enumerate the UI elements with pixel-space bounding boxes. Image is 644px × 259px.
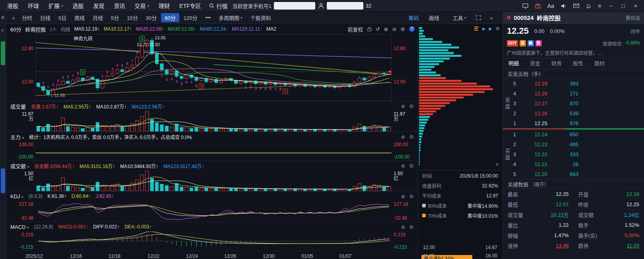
close-icon[interactable]: × xyxy=(633,3,638,9)
remove-favorite-button[interactable]: 删自选 xyxy=(626,14,640,21)
buy-level-row[interactable]: 512.20683 xyxy=(512,169,644,179)
period-15min[interactable]: 15分 xyxy=(123,13,141,22)
period-5min[interactable]: 5分 xyxy=(107,13,122,22)
sell-level-row[interactable]: 112.25978 xyxy=(512,118,644,128)
period-120min[interactable]: 120分 xyxy=(180,13,201,22)
close-pane-icon[interactable]: ⊗ xyxy=(401,134,405,140)
undo-icon[interactable]: ↺ xyxy=(376,26,380,32)
pane-settings-icon[interactable]: ⚙ xyxy=(409,134,414,140)
list-icon[interactable]: ≡ xyxy=(598,3,601,9)
stock-badge[interactable]: 胜 xyxy=(535,40,542,46)
period-5day[interactable]: 5日 xyxy=(55,13,70,22)
chip-close-icon[interactable]: × xyxy=(496,161,499,168)
macd-title[interactable]: MACD ▾ xyxy=(10,224,29,230)
period-daily[interactable]: 日线 xyxy=(37,13,54,22)
period-weekly[interactable]: 周线 xyxy=(71,13,88,22)
hamburger-icon[interactable]: ≡ xyxy=(1,28,4,33)
more-periods-icon[interactable]: ••• xyxy=(202,14,214,21)
period-fenshi[interactable]: 分时 xyxy=(18,13,36,22)
gift-icon[interactable] xyxy=(535,3,541,9)
tab-funds[interactable]: 资金 xyxy=(524,58,546,69)
key-data-header[interactable]: 关键数据（展开） xyxy=(503,179,644,189)
stock-badge[interactable]: 深 xyxy=(520,40,526,46)
sell-level-row[interactable]: 412.28171 xyxy=(512,89,644,99)
menu-item-news[interactable]: 资讯 xyxy=(109,0,130,12)
settings-gear-icon[interactable]: ⚙ xyxy=(400,26,405,32)
pane-settings-icon[interactable]: ⚙ xyxy=(409,224,414,230)
screen-cast-icon[interactable] xyxy=(522,3,528,9)
bell-icon[interactable] xyxy=(586,3,591,9)
gear-icon[interactable]: ⚙ xyxy=(1,15,5,20)
lock-icon[interactable] xyxy=(367,27,372,31)
amount-title[interactable]: 成交额 ▾ xyxy=(10,162,29,170)
volume-title[interactable]: 成交量 xyxy=(10,102,26,110)
quote-search[interactable]: 行情 xyxy=(209,2,228,10)
user-avatar-icon[interactable] xyxy=(318,2,324,9)
zoom-out-icon[interactable]: ⊖ xyxy=(392,26,396,32)
font-size-icon[interactable]: Aa xyxy=(547,3,554,9)
buy-level-row[interactable]: 412.2128 xyxy=(512,159,644,169)
period-monthly[interactable]: 月线 xyxy=(89,13,107,22)
sell-level-row[interactable]: 512.29393 xyxy=(512,79,644,89)
minimize-icon[interactable]: − xyxy=(608,3,613,9)
chip-legend-icon[interactable] xyxy=(474,27,479,31)
tab-finance[interactable]: 财务 xyxy=(546,58,567,69)
help-icon[interactable]: ? xyxy=(409,26,415,32)
chip-play-back-icon[interactable]: ▶ xyxy=(482,26,485,31)
maximize-icon[interactable]: □ xyxy=(620,3,626,9)
chip-bars-chart[interactable] xyxy=(419,27,498,167)
menu-item-etf-zone[interactable]: ETF专区 xyxy=(175,0,206,12)
buy-level-row[interactable]: 312.22333 xyxy=(512,149,644,159)
kdj-chart[interactable] xyxy=(36,201,392,222)
sell-level-row[interactable]: 312.27870 xyxy=(512,99,644,108)
stock-badge[interactable]: 融 xyxy=(528,40,534,46)
speaker-icon[interactable] xyxy=(561,4,566,8)
multi-period-chart-button[interactable]: 多周期图▾ xyxy=(215,13,246,22)
tab-detail[interactable]: 明细 xyxy=(503,58,524,69)
menu-item-extensions[interactable]: 扩展▾ xyxy=(44,0,68,12)
main-force-chart[interactable] xyxy=(36,141,392,160)
kline-chart[interactable]: 123456789123456789123456789123456789 xyxy=(36,34,392,101)
sell-level-row[interactable]: 212.26539 xyxy=(512,108,644,118)
menu-item-hk[interactable]: 港股 xyxy=(2,0,23,12)
pane-settings-icon[interactable]: ⚙ xyxy=(409,163,414,169)
menu-item-global[interactable]: 环球 xyxy=(23,0,44,12)
dock-tab-blue[interactable] xyxy=(1,168,5,193)
close-pane-icon[interactable]: ⊗ xyxy=(401,103,405,109)
adjust-mode-button[interactable]: 前复权 xyxy=(348,25,363,33)
kdj-title[interactable]: KDJ ▾ xyxy=(10,193,23,199)
period-60min-active[interactable]: 60分 xyxy=(161,13,179,22)
company-description[interactable]: 广州国资委旗下，主营旅行社和酒店经营，… xyxy=(503,48,644,58)
mail-icon[interactable] xyxy=(573,4,579,8)
ma-group-label[interactable]: 均线 xyxy=(61,26,70,33)
menu-item-discover[interactable]: 发现 xyxy=(89,0,109,12)
chip-play-forward-icon[interactable]: ▶ xyxy=(489,26,492,31)
chip-settings-icon[interactable]: ⚙ xyxy=(495,26,500,31)
tools-button[interactable]: 工具▾ xyxy=(449,13,470,22)
pane-settings-icon[interactable]: ⚙ xyxy=(409,193,414,199)
menu-item-wealth[interactable]: 理财 xyxy=(154,0,175,12)
menu-item-trade[interactable]: 交易▾ xyxy=(130,0,154,12)
close-pane-icon[interactable]: ⊗ xyxy=(401,193,405,199)
buy-level-row[interactable]: 112.24650 xyxy=(512,130,644,139)
stock-material-button[interactable]: 个股资料 xyxy=(247,13,275,22)
stock-badge[interactable]: GHY xyxy=(507,40,518,46)
tab-themes[interactable]: 题材 xyxy=(589,58,610,69)
fullscreen-icon[interactable] xyxy=(476,15,481,20)
macd-chart[interactable] xyxy=(36,232,392,251)
close-pane-icon[interactable]: ⊗ xyxy=(401,224,405,230)
amount-chart[interactable] xyxy=(36,170,392,191)
close-pane-icon[interactable]: ⊗ xyxy=(401,163,405,169)
period-30min[interactable]: 30分 xyxy=(142,13,160,22)
menu-item-stock-picker[interactable]: 选股 xyxy=(68,0,89,12)
buy-level-row[interactable]: 212.23485 xyxy=(512,139,644,149)
dock-tab-green[interactable] xyxy=(1,41,5,65)
collapse-left-icon[interactable]: « xyxy=(10,15,17,21)
volume-chart[interactable] xyxy=(36,111,392,131)
collapse-right-icon[interactable]: » xyxy=(487,15,495,21)
main-force-title[interactable]: 主力 ▾ xyxy=(10,133,24,141)
tab-stock-character[interactable]: 股性 xyxy=(567,58,589,69)
zoom-in-icon[interactable]: ⊕ xyxy=(384,26,388,32)
sector-label[interactable]: 旅游综合: xyxy=(603,40,623,47)
draw-line-button[interactable]: 画线 xyxy=(425,13,443,22)
